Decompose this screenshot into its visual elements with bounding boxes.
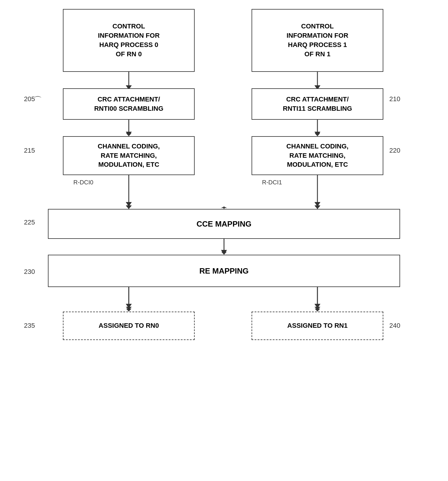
r-dci1-label: R-DCI1 <box>262 179 282 186</box>
label-240: 240 <box>389 322 400 330</box>
cce-mapping-text: CCE MAPPING <box>196 219 251 229</box>
svg-marker-15 <box>126 304 132 308</box>
label-230: 230 <box>24 268 35 276</box>
crc-0-text: CRC ATTACHMENT/ RNTI00 SCRAMBLING <box>94 95 163 113</box>
label-235: 235 <box>24 322 35 330</box>
cce-mapping-box: CCE MAPPING <box>48 209 400 239</box>
crc-attachment-0-box: CRC ATTACHMENT/ RNTI00 SCRAMBLING <box>63 88 195 120</box>
svg-marker-27 <box>126 205 132 208</box>
svg-marker-47 <box>221 252 227 255</box>
re-mapping-box: RE MAPPING <box>48 255 400 287</box>
crc-1-text: CRC ATTACHMENT/ RNTI11 SCRAMBLING <box>283 95 352 113</box>
assigned-rn1-text: ASSIGNED TO RN1 <box>287 321 347 330</box>
svg-marker-41 <box>315 133 320 136</box>
assigned-rn1-box: ASSIGNED TO RN1 <box>252 312 383 340</box>
svg-marker-39 <box>126 133 131 136</box>
svg-marker-35 <box>126 85 131 88</box>
svg-marker-13 <box>221 250 227 254</box>
svg-marker-31 <box>126 307 132 310</box>
svg-marker-33 <box>314 307 320 310</box>
svg-marker-7 <box>314 132 320 136</box>
channel-1-text: CHANNEL CODING, RATE MATCHING, MODULATIO… <box>286 142 348 169</box>
label-205-curve: ⌒ <box>34 95 42 106</box>
re-mapping-text: RE MAPPING <box>199 265 249 276</box>
label-215: 215 <box>24 147 35 154</box>
svg-marker-43 <box>126 206 131 209</box>
r-dci0-label: R-DCI0 <box>73 179 93 186</box>
svg-marker-11 <box>314 202 320 207</box>
ctrl-info-harq0-box: CONTROL INFORMATION FOR HARQ PROCESS 0 O… <box>63 9 195 72</box>
crc-attachment-1-box: CRC ATTACHMENT/ RNTI11 SCRAMBLING <box>252 88 383 120</box>
label-225: 225 <box>24 219 35 226</box>
channel-coding-1-box: CHANNEL CODING, RATE MATCHING, MODULATIO… <box>252 136 383 175</box>
svg-marker-37 <box>315 85 320 88</box>
assigned-rn0-text: ASSIGNED TO RN0 <box>99 321 159 330</box>
svg-marker-51 <box>315 309 320 312</box>
svg-marker-21 <box>221 207 227 208</box>
svg-marker-9 <box>126 202 132 207</box>
svg-marker-45 <box>315 206 320 209</box>
ctrl-info-harq0-text: CONTROL INFORMATION FOR HARQ PROCESS 0 O… <box>98 22 160 59</box>
svg-marker-29 <box>314 205 320 208</box>
svg-marker-17 <box>314 304 320 308</box>
channel-0-text: CHANNEL CODING, RATE MATCHING, MODULATIO… <box>98 142 160 169</box>
ctrl-info-harq1-box: CONTROL INFORMATION FOR HARQ PROCESS 1 O… <box>252 9 383 72</box>
assigned-rn0-box: ASSIGNED TO RN0 <box>63 312 195 340</box>
label-220: 220 <box>389 147 400 154</box>
channel-coding-0-box: CHANNEL CODING, RATE MATCHING, MODULATIO… <box>63 136 195 175</box>
svg-marker-5 <box>126 132 132 136</box>
svg-marker-49 <box>126 309 131 312</box>
label-210: 210 <box>389 95 400 103</box>
ctrl-info-harq1-text: CONTROL INFORMATION FOR HARQ PROCESS 1 O… <box>287 22 348 59</box>
